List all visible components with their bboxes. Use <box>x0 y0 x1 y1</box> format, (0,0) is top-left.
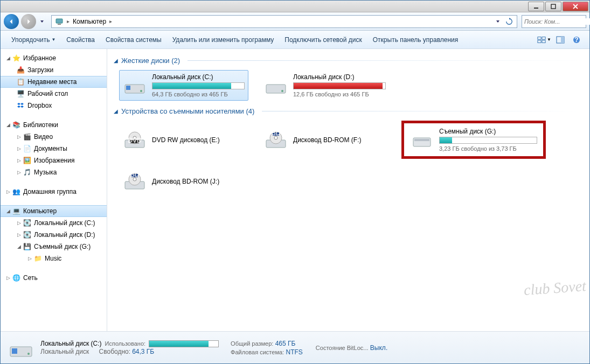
drive-bd-j[interactable]: BD Дисковод BD-ROM (J:) <box>119 167 248 195</box>
system-properties-button[interactable]: Свойства системы <box>100 34 167 46</box>
body: ◢⭐Избранное 📥Загрузки 📋Недавние места 🖥️… <box>1 49 589 331</box>
search-box[interactable] <box>522 15 586 28</box>
search-input[interactable] <box>524 18 590 25</box>
svg-rect-36 <box>12 348 17 354</box>
title-bar <box>1 1 589 12</box>
command-bar: Упорядочить ▼ Свойства Свойства системы … <box>1 31 589 49</box>
group-hard-disks[interactable]: ◢ Жесткие диски (2) <box>114 57 583 65</box>
tree-downloads[interactable]: 📥Загрузки <box>1 64 107 76</box>
svg-rect-0 <box>534 8 538 9</box>
svg-text:?: ? <box>574 36 578 44</box>
desktop-icon: 🖥️ <box>16 89 25 98</box>
homegroup-icon: 👥 <box>11 187 21 196</box>
tree-dropbox[interactable]: Dropbox <box>1 100 107 111</box>
navigation-pane[interactable]: ◢⭐Избранное 📥Загрузки 📋Недавние места 🖥️… <box>1 49 107 331</box>
address-bar[interactable]: ▸ Компьютер ▸ <box>51 15 517 28</box>
bd-drive-icon: BD <box>123 171 147 192</box>
pictures-icon: 🖼️ <box>22 156 32 165</box>
tree-network[interactable]: ▷🌐Сеть <box>1 272 107 284</box>
svg-rect-1 <box>551 4 556 9</box>
map-drive-button[interactable]: Подключить сетевой диск <box>279 34 367 46</box>
tree-documents[interactable]: ▷📄Документы <box>1 143 107 155</box>
drive-local-c[interactable]: Локальный диск (C:) 64,3 ГБ свободно из … <box>119 70 248 101</box>
hard-drive-icon <box>8 336 34 360</box>
removable-drive-icon <box>410 129 434 151</box>
forward-button[interactable] <box>21 14 36 29</box>
total-value: 465 ГБ <box>275 340 296 347</box>
tree-music-folder[interactable]: ▷📁Music <box>1 253 107 264</box>
computer-icon: 💻 <box>11 207 21 215</box>
control-panel-button[interactable]: Открыть панель управления <box>367 34 464 46</box>
svg-rect-14 <box>126 86 130 90</box>
free-label: Свободно: <box>99 348 131 355</box>
svg-rect-3 <box>58 24 61 25</box>
uninstall-button[interactable]: Удалить или изменить программу <box>167 34 280 46</box>
refresh-button[interactable] <box>503 16 516 27</box>
tree-libraries[interactable]: ◢📚Библиотеки <box>1 119 107 131</box>
svg-rect-2 <box>56 19 63 23</box>
close-button[interactable] <box>563 2 588 11</box>
tree-computer[interactable]: ◢💻Компьютер <box>1 205 107 217</box>
used-label: Использовано: <box>105 340 146 347</box>
removable-drive-icon: 💾 <box>22 242 32 251</box>
dropbox-icon <box>16 101 25 110</box>
tree-local-d[interactable]: ▷💽Локальный диск (D:) <box>1 229 107 241</box>
tree-recent[interactable]: 📋Недавние места <box>1 76 107 88</box>
minimize-button[interactable] <box>528 2 544 11</box>
drive-icon: 💽 <box>22 219 32 227</box>
folder-icon: 📁 <box>33 254 43 263</box>
tree-favorites[interactable]: ◢⭐Избранное <box>1 52 107 64</box>
history-dropdown[interactable] <box>38 16 46 27</box>
tree-local-c[interactable]: ▷💽Локальный диск (C:) <box>1 217 107 229</box>
drive-local-d[interactable]: Локальный диск (D:) 12,6 ГБ свободно из … <box>260 70 390 101</box>
drive-bd-f[interactable]: BD Дисковод BD-ROM (F:) <box>260 121 390 159</box>
usage-bar <box>152 82 245 89</box>
svg-point-37 <box>27 353 30 355</box>
recent-icon: 📋 <box>16 78 25 86</box>
star-icon: ⭐ <box>11 54 21 62</box>
view-options-button[interactable]: ▼ <box>537 33 552 46</box>
music-icon: 🎵 <box>22 168 32 177</box>
documents-icon: 📄 <box>22 144 32 153</box>
group-removable[interactable]: ◢ Устройства со съемными носителями (4) <box>114 107 583 115</box>
total-label: Общий размер: <box>231 340 273 347</box>
highlight-box: Съемный диск (G:) 3,23 ГБ свободно из 3,… <box>401 121 546 159</box>
svg-text:BD: BD <box>272 129 281 137</box>
bd-drive-icon: BD <box>264 129 288 151</box>
preview-pane-button[interactable] <box>553 33 568 46</box>
details-usage-bar <box>149 340 219 347</box>
back-button[interactable] <box>4 14 19 29</box>
svg-rect-6 <box>542 37 545 39</box>
drive-removable-g[interactable]: Съемный диск (G:) 3,23 ГБ свободно из 3,… <box>406 124 541 155</box>
properties-button[interactable]: Свойства <box>61 34 100 46</box>
details-type: Локальный диск <box>40 348 89 355</box>
drive-dvd-e[interactable]: DVD DVD RW дисковод (E:) <box>119 121 248 159</box>
organize-menu[interactable]: Упорядочить ▼ <box>6 34 61 46</box>
libraries-icon: 📚 <box>11 121 21 129</box>
tree-videos[interactable]: ▷🎬Видео <box>1 131 107 143</box>
maximize-button[interactable] <box>545 2 561 11</box>
svg-point-15 <box>140 90 142 92</box>
tree-music[interactable]: ▷🎵Музыка <box>1 166 107 178</box>
navigation-bar: ▸ Компьютер ▸ <box>1 12 589 31</box>
breadcrumb-separator: ▸ <box>108 18 113 24</box>
usage-bar <box>439 137 537 144</box>
details-title: Локальный диск (C:) <box>40 340 102 347</box>
svg-text:BD: BD <box>130 171 140 178</box>
content-area[interactable]: ◢ Жесткие диски (2) Локальный диск (C:) … <box>107 49 589 331</box>
breadcrumb-computer[interactable]: Компьютер <box>71 16 108 27</box>
breadcrumb-separator: ▸ <box>66 18 71 24</box>
tree-homegroup[interactable]: ▷👥Домашняя группа <box>1 186 107 198</box>
address-dropdown[interactable] <box>494 16 502 27</box>
downloads-icon: 📥 <box>16 66 25 74</box>
svg-rect-10 <box>561 37 564 43</box>
tree-desktop[interactable]: 🖥️Рабочий стол <box>1 88 107 100</box>
bitlocker-value: Выкл. <box>370 344 387 352</box>
help-button[interactable]: ? <box>569 33 584 46</box>
breadcrumb-computer-icon[interactable] <box>53 16 66 27</box>
svg-rect-7 <box>538 40 541 42</box>
fs-label: Файловая система: <box>231 349 284 355</box>
drive-icon: 💽 <box>22 230 32 239</box>
tree-pictures[interactable]: ▷🖼️Изображения <box>1 155 107 166</box>
tree-removable-g[interactable]: ◢💾Съемный диск (G:) <box>1 241 107 253</box>
